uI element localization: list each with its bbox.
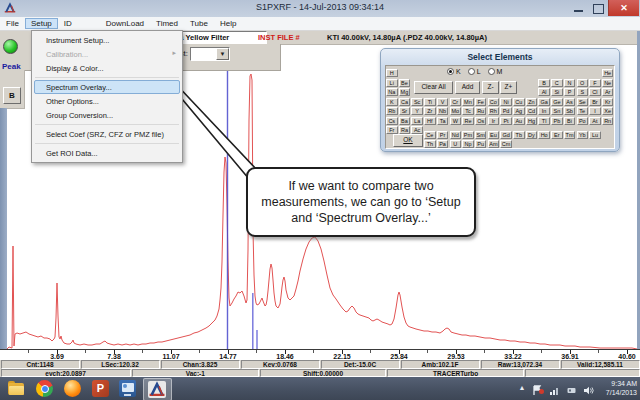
b-button[interactable]: B: [3, 87, 21, 104]
element-fe[interactable]: Fe: [475, 98, 487, 106]
element-f[interactable]: F: [589, 79, 601, 87]
firefox-icon[interactable]: [64, 380, 81, 397]
element-mg[interactable]: Mg: [399, 88, 411, 96]
element-ir[interactable]: Ir: [488, 117, 500, 125]
element-pr[interactable]: Pr: [437, 131, 449, 139]
element-po[interactable]: Po: [577, 117, 589, 125]
element-he[interactable]: He: [602, 69, 614, 77]
menu-file[interactable]: File: [0, 18, 25, 29]
close-button[interactable]: ✕: [608, 0, 639, 16]
menu-item-select-coef-srz-cfz-or-pmz-file[interactable]: Select Coef (SRZ, CFZ or PMZ file): [34, 127, 180, 141]
element-zr[interactable]: Zr: [424, 107, 436, 115]
element-dy[interactable]: Dy: [526, 131, 538, 139]
element-cu[interactable]: Cu: [513, 98, 525, 106]
element-cs[interactable]: Cs: [386, 117, 398, 125]
network-icon[interactable]: [549, 382, 560, 393]
element-la[interactable]: La: [411, 117, 423, 125]
element-as[interactable]: As: [564, 98, 576, 106]
element-sc[interactable]: Sc: [411, 98, 423, 106]
element-ge[interactable]: Ge: [551, 98, 563, 106]
element-y[interactable]: Y: [411, 107, 423, 115]
element-ru[interactable]: Ru: [475, 107, 487, 115]
remote-desktop-icon[interactable]: [119, 380, 136, 397]
z-plus-button[interactable]: Z+: [500, 81, 517, 94]
z-minus-button[interactable]: Z-: [482, 81, 499, 94]
element-os[interactable]: Os: [475, 117, 487, 125]
element-gd[interactable]: Gd: [500, 131, 512, 139]
menu-timed[interactable]: Timed: [150, 18, 184, 29]
menu-item-calibration[interactable]: Calibration...▸: [34, 47, 180, 61]
chrome-icon[interactable]: [36, 380, 53, 397]
element-pt[interactable]: Pt: [500, 117, 512, 125]
element-hg[interactable]: Hg: [526, 117, 538, 125]
element-sm[interactable]: Sm: [475, 131, 487, 139]
element-pa[interactable]: Pa: [437, 140, 449, 148]
menu-item-instrument-setup[interactable]: Instrument Setup...: [34, 33, 180, 47]
element-te[interactable]: Te: [577, 107, 589, 115]
element-se[interactable]: Se: [577, 98, 589, 106]
element-zn[interactable]: Zn: [526, 98, 538, 106]
element-na[interactable]: Na: [386, 88, 398, 96]
element-lu[interactable]: Lu: [589, 131, 601, 139]
element-bi[interactable]: Bi: [564, 117, 576, 125]
element-th[interactable]: Th: [424, 140, 436, 148]
element-sn[interactable]: Sn: [551, 107, 563, 115]
element-k[interactable]: K: [386, 98, 398, 106]
file-explorer-icon[interactable]: [8, 380, 25, 397]
element-ne[interactable]: Ne: [602, 79, 614, 87]
clear-all-button[interactable]: Clear All: [414, 81, 453, 94]
element-al[interactable]: Al: [538, 88, 550, 96]
radio-m[interactable]: M: [488, 68, 503, 75]
volume-icon[interactable]: [583, 382, 594, 393]
element-li[interactable]: Li: [386, 79, 398, 87]
element-kr[interactable]: Kr: [602, 98, 614, 106]
element-o[interactable]: O: [577, 79, 589, 87]
element-mn[interactable]: Mn: [462, 98, 474, 106]
element-ti[interactable]: Ti: [424, 98, 436, 106]
element-h[interactable]: H: [386, 69, 398, 77]
chevron-down-icon[interactable]: ▼: [216, 48, 229, 60]
element-ag[interactable]: Ag: [513, 107, 525, 115]
radio-l[interactable]: L: [468, 68, 481, 75]
element-co[interactable]: Co: [488, 98, 500, 106]
ok-button[interactable]: OK: [393, 134, 423, 147]
element-nd[interactable]: Nd: [450, 131, 462, 139]
chevron-up-icon[interactable]: ▲: [518, 382, 526, 393]
menu-item-group-conversion[interactable]: Group Conversion...: [34, 108, 180, 122]
element-tb[interactable]: Tb: [513, 131, 525, 139]
element-mo[interactable]: Mo: [450, 107, 462, 115]
element-c[interactable]: C: [551, 79, 563, 87]
list-dropdown[interactable]: ▼: [190, 47, 230, 61]
radio-k[interactable]: K: [447, 68, 461, 75]
element-pb[interactable]: Pb: [551, 117, 563, 125]
element-cm[interactable]: Cm: [500, 140, 512, 148]
element-ca[interactable]: Ca: [399, 98, 411, 106]
element-au[interactable]: Au: [513, 117, 525, 125]
element-v[interactable]: V: [437, 98, 449, 106]
menu-tube[interactable]: Tube: [184, 18, 214, 29]
element-n[interactable]: N: [564, 79, 576, 87]
element-cl[interactable]: Cl: [589, 88, 601, 96]
taskbar-clock[interactable]: 9:34 AM 7/14/2013: [606, 379, 637, 397]
element-ga[interactable]: Ga: [538, 98, 550, 106]
menu-item-get-roi-data[interactable]: Get ROI Data...: [34, 146, 180, 160]
element-rn[interactable]: Rn: [602, 117, 614, 125]
element-np[interactable]: Np: [462, 140, 474, 148]
element-er[interactable]: Er: [551, 131, 563, 139]
element-eu[interactable]: Eu: [488, 131, 500, 139]
element-b[interactable]: B: [538, 79, 550, 87]
element-nb[interactable]: Nb: [437, 107, 449, 115]
element-br[interactable]: Br: [589, 98, 601, 106]
element-in[interactable]: In: [538, 107, 550, 115]
element-cd[interactable]: Cd: [526, 107, 538, 115]
element-sr[interactable]: Sr: [399, 107, 411, 115]
usb-icon[interactable]: [566, 382, 577, 393]
element-u[interactable]: U: [450, 140, 462, 148]
element-ac[interactable]: Ac: [411, 126, 423, 134]
element-tc[interactable]: Tc: [462, 107, 474, 115]
element-tl[interactable]: Tl: [538, 117, 550, 125]
element-tm[interactable]: Tm: [564, 131, 576, 139]
element-s[interactable]: S: [577, 88, 589, 96]
menu-id[interactable]: ID: [58, 18, 78, 29]
element-hf[interactable]: Hf: [424, 117, 436, 125]
